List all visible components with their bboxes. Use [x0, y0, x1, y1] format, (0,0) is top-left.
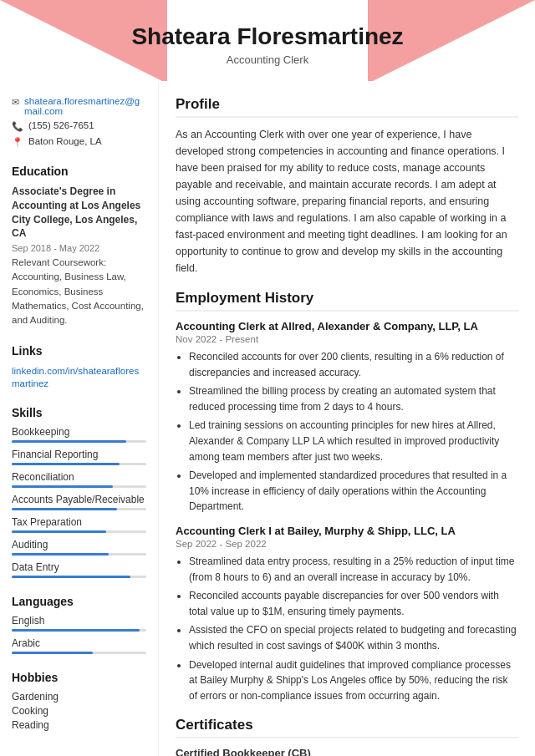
links-title: Links — [12, 344, 146, 358]
job-entry: Accounting Clerk at Allred, Alexander & … — [176, 320, 518, 515]
job-title: Accounting Clerk at Allred, Alexander & … — [176, 320, 518, 332]
skill-bar-fill — [12, 553, 109, 556]
skill-bar-bg — [12, 553, 146, 556]
phone-text: (155) 526-7651 — [28, 120, 94, 130]
job-bullet: Assisted the CFO on special projects rel… — [189, 622, 518, 653]
employment-section-title: Employment History — [176, 290, 518, 312]
job-bullet: Led training sessions on accounting prin… — [189, 418, 518, 464]
skill-label: Accounts Payable/Receivable — [12, 494, 146, 505]
skill-label: Auditing — [12, 539, 146, 551]
linkedin-link[interactable]: linkedin.com/in/shatearafloresmartinez — [12, 366, 139, 388]
job-bullet: Developed internal audit guidelines that… — [189, 657, 518, 704]
job-bullets: Reconciled accounts for over 200 clients… — [176, 349, 518, 515]
skills-title: Skills — [12, 406, 146, 419]
lang-label: Arabic — [12, 637, 146, 649]
skill-item: Data Entry — [12, 561, 146, 578]
skill-item: Financial Reporting — [12, 449, 146, 465]
skill-item: Auditing — [12, 539, 146, 556]
email-item: ✉ shateara.floresmartinez@gmail.com — [12, 96, 146, 116]
job-date: Sep 2022 - Sep 2022 — [176, 539, 518, 549]
skill-label: Bookkeeping — [12, 426, 146, 438]
skill-bar-bg — [12, 530, 146, 533]
edu-degree: Associate's Degree in Accounting at Los … — [12, 185, 146, 241]
skill-item: Reconciliation — [12, 471, 146, 488]
skill-bar-fill — [12, 463, 120, 465]
languages-section: Languages English Arabic — [12, 595, 146, 654]
lang-bar-bg — [12, 652, 146, 654]
hobby-item: Gardening — [12, 691, 146, 703]
main-content: Profile As an Accounting Clerk with over… — [159, 81, 535, 756]
email-icon: ✉ — [12, 97, 19, 108]
hobby-item: Cooking — [12, 705, 146, 717]
skill-bar-bg — [12, 440, 146, 443]
education-title: Education — [12, 165, 146, 178]
profile-section-title: Profile — [176, 96, 518, 118]
skill-label: Tax Preparation — [12, 516, 146, 528]
hobbies-title: Hobbies — [12, 671, 146, 684]
location-item: 📍 Baton Rouge, LA — [12, 136, 146, 148]
skill-item: Tax Preparation — [12, 516, 146, 533]
cert-entry: Certified Bookkeeper (CB) Dec 2021 — [176, 747, 518, 756]
job-title: Accounting Clerk I at Bailey, Murphy & S… — [176, 525, 518, 537]
lang-label: English — [12, 615, 146, 627]
hobbies-list: GardeningCookingReading — [12, 691, 146, 731]
skill-bar-bg — [12, 576, 146, 578]
candidate-title: Accounting Clerk — [17, 53, 518, 66]
links-section: Links linkedin.com/in/shatearafloresmart… — [12, 344, 146, 389]
job-bullet: Developed and implemented standardized p… — [189, 468, 518, 515]
lang-bar-fill — [12, 629, 140, 632]
skill-label: Financial Reporting — [12, 449, 146, 460]
skill-bar-bg — [12, 463, 146, 465]
skill-label: Data Entry — [12, 561, 146, 573]
profile-text: As an Accounting Clerk with over one yea… — [176, 126, 518, 277]
certificates-section-title: Certificates — [176, 717, 518, 738]
job-bullet: Streamlined data entry process, resultin… — [189, 554, 518, 585]
job-entry: Accounting Clerk I at Bailey, Murphy & S… — [176, 525, 518, 703]
location-text: Baton Rouge, LA — [28, 136, 102, 146]
sidebar: ✉ shateara.floresmartinez@gmail.com 📞 (1… — [0, 81, 159, 756]
lang-bar-fill — [12, 652, 93, 654]
jobs-list: Accounting Clerk at Allred, Alexander & … — [176, 320, 518, 703]
location-icon: 📍 — [12, 137, 23, 148]
certs-list: Certified Bookkeeper (CB) Dec 2021Certif… — [176, 747, 518, 756]
job-bullet: Reconciled accounts payable discrepancie… — [189, 588, 518, 619]
skill-item: Bookkeeping — [12, 426, 146, 443]
candidate-name: Shateara Floresmartinez — [17, 23, 518, 50]
linkedin-item: linkedin.com/in/shatearafloresmartinez — [12, 364, 146, 389]
skill-bar-fill — [12, 440, 126, 443]
skill-bar-bg — [12, 485, 146, 488]
job-bullets: Streamlined data entry process, resultin… — [176, 554, 518, 703]
skill-bar-fill — [12, 485, 113, 488]
skill-bar-fill — [12, 530, 106, 533]
education-section: Education Associate's Degree in Accounti… — [12, 165, 146, 327]
skill-bar-fill — [12, 576, 130, 578]
body-layout: ✉ shateara.floresmartinez@gmail.com 📞 (1… — [0, 81, 535, 756]
hobbies-section: Hobbies GardeningCookingReading — [12, 671, 146, 731]
edu-date: Sep 2018 - May 2022 — [12, 243, 146, 253]
hobby-item: Reading — [12, 719, 146, 731]
job-bullet: Reconciled accounts for over 200 clients… — [189, 349, 518, 380]
skill-bar-bg — [12, 508, 146, 510]
edu-coursework: Relevant Coursework: Accounting, Busines… — [12, 256, 146, 327]
language-item: English — [12, 615, 146, 632]
cert-name: Certified Bookkeeper (CB) — [176, 747, 518, 756]
skills-list: Bookkeeping Financial Reporting Reconcil… — [12, 426, 146, 578]
phone-icon: 📞 — [12, 121, 23, 132]
email-link[interactable]: shateara.floresmartinez@gmail.com — [24, 96, 146, 116]
job-date: Nov 2022 - Present — [176, 334, 518, 344]
skill-item: Accounts Payable/Receivable — [12, 494, 146, 510]
skill-label: Reconciliation — [12, 471, 146, 483]
resume-header: Shateara Floresmartinez Accounting Clerk — [0, 0, 535, 81]
phone-item: 📞 (155) 526-7651 — [12, 120, 146, 132]
lang-bar-bg — [12, 629, 146, 632]
job-bullet: Streamlined the billing process by creat… — [189, 383, 518, 414]
contact-section: ✉ shateara.floresmartinez@gmail.com 📞 (1… — [12, 96, 146, 148]
skills-section: Skills Bookkeeping Financial Reporting R… — [12, 406, 146, 578]
skill-bar-fill — [12, 508, 117, 510]
language-item: Arabic — [12, 637, 146, 654]
languages-title: Languages — [12, 595, 146, 608]
languages-list: English Arabic — [12, 615, 146, 654]
